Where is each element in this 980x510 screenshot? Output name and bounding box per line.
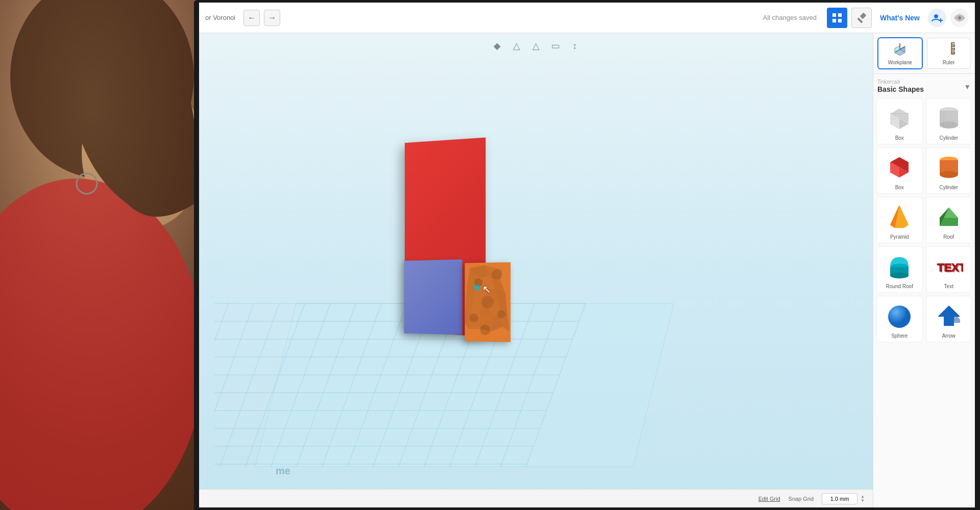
cylinder-orange-icon <box>934 152 964 183</box>
shape-item-box-red[interactable]: Box <box>876 147 923 194</box>
snap-arrows: ▲ ▼ <box>861 495 865 503</box>
ruler-icon <box>942 41 956 59</box>
svg-rect-52 <box>952 45 954 46</box>
shape-item-box-gray[interactable]: Box <box>876 98 923 144</box>
workplane-indicator <box>475 286 479 290</box>
shape-library: Tinkercad Basic Shapes ▼ <box>873 74 975 507</box>
main-content: ◆ △ △ ▭ ↕ <box>199 33 975 507</box>
texture-pattern <box>465 262 511 342</box>
snap-down-arrow[interactable]: ▼ <box>861 499 865 503</box>
flip-icon[interactable]: ↕ <box>567 38 582 54</box>
shape-label-arrow: Arrow <box>942 333 955 339</box>
shape-item-arrow[interactable]: Arrow <box>926 296 972 342</box>
save-status: All changes saved <box>763 14 817 21</box>
shape-label-text: Text <box>944 284 953 289</box>
workplane-icon <box>893 41 907 59</box>
blue-panel-shape[interactable] <box>404 260 462 335</box>
svg-text:TEXT: TEXT <box>938 262 963 275</box>
3d-viewport[interactable]: ◆ △ △ ▭ ↕ <box>199 33 873 507</box>
library-brand: Tinkercad <box>877 79 924 85</box>
svg-line-29 <box>214 303 228 467</box>
svg-rect-8 <box>838 13 842 17</box>
hammer-icon <box>856 12 867 23</box>
viewport-toolbar: ◆ △ △ ▭ ↕ <box>489 38 582 54</box>
svg-rect-10 <box>838 19 842 22</box>
library-header: Tinkercad Basic Shapes ▼ <box>876 77 972 98</box>
svg-rect-12 <box>857 17 863 23</box>
edit-grid-button[interactable]: Edit Grid <box>758 496 780 502</box>
add-user-button[interactable] <box>928 9 946 27</box>
ruler-button[interactable]: Ruler <box>927 38 971 69</box>
text-red-icon: TEXT TEXT <box>934 251 964 282</box>
roof-green-icon <box>934 201 964 232</box>
svg-rect-7 <box>832 13 836 17</box>
cylinder-gray-icon <box>934 103 964 133</box>
shape-item-roof-green[interactable]: Roof <box>926 197 972 243</box>
workplane-svg-icon <box>893 41 907 56</box>
orange-block-shape[interactable] <box>465 262 511 342</box>
settings-button[interactable] <box>950 9 969 27</box>
snap-grid-control: ▲ ▼ <box>822 493 865 504</box>
add-user-icon <box>932 12 943 23</box>
grid-view-button[interactable] <box>827 8 847 28</box>
svg-point-65 <box>940 121 958 129</box>
box-gray-icon <box>884 103 915 133</box>
pyramid-yellow-icon <box>884 201 915 232</box>
shape-item-text[interactable]: TEXT TEXT Text <box>926 246 972 293</box>
svg-rect-55 <box>952 50 955 52</box>
shape-item-cylinder-orange[interactable]: Cylinder <box>926 147 972 194</box>
triangle-icon[interactable]: △ <box>509 38 524 54</box>
library-chevron-icon[interactable]: ▼ <box>964 83 971 91</box>
align-icon[interactable]: ▭ <box>548 38 563 54</box>
right-panel: › Workplane <box>873 33 975 507</box>
svg-rect-51 <box>952 43 955 44</box>
forward-button[interactable]: → <box>264 10 280 26</box>
shape-label-pyramid: Pyramid <box>890 234 909 240</box>
shape-label-sphere: Sphere <box>891 333 908 339</box>
svg-rect-56 <box>952 53 954 53</box>
shape-item-sphere[interactable]: Sphere <box>876 296 923 342</box>
svg-point-13 <box>934 14 938 18</box>
shapes-container: ↖ <box>301 130 658 436</box>
svg-rect-11 <box>860 12 867 19</box>
svg-rect-53 <box>952 47 955 48</box>
ruler-svg-icon <box>942 41 956 56</box>
grid-label: me <box>276 465 290 477</box>
settings-icon <box>954 12 965 23</box>
svg-rect-9 <box>832 19 836 22</box>
svg-line-30 <box>214 303 254 467</box>
svg-point-73 <box>940 171 958 178</box>
grid-icon <box>832 13 842 23</box>
workplane-label: Workplane <box>888 60 912 65</box>
document-title: or Voronoi <box>205 14 235 21</box>
snap-value-input[interactable] <box>822 493 857 504</box>
sphere-blue-icon <box>884 300 915 331</box>
snap-grid-label: Snap Grid <box>789 496 814 502</box>
back-button[interactable]: ← <box>243 10 260 26</box>
topbar: or Voronoi ← → All changes saved What's … <box>199 3 975 33</box>
shape-label-box-red: Box <box>895 185 904 190</box>
location-icon[interactable]: ◆ <box>489 38 505 54</box>
shape-item-pyramid-yellow[interactable]: Pyramid <box>876 197 923 243</box>
shape-label-cylinder-orange: Cylinder <box>939 185 958 190</box>
svg-rect-54 <box>952 49 954 49</box>
shape-label-roof-green: Roof <box>943 234 954 240</box>
shape-label-box-gray: Box <box>895 135 904 141</box>
build-mode-button[interactable] <box>851 8 872 28</box>
workplane-button[interactable]: Workplane <box>877 37 923 69</box>
shape-label-round-roof: Round Roof <box>886 284 913 289</box>
svg-point-5 <box>0 178 204 510</box>
shape-label-cylinder-gray: Cylinder <box>939 135 958 141</box>
whats-new-button[interactable]: What's New <box>876 14 924 22</box>
panel-collapse-button[interactable]: › <box>873 263 873 278</box>
edit-grid-bar: Edit Grid Snap Grid ▲ ▼ <box>199 489 873 507</box>
svg-point-82 <box>890 272 909 278</box>
round-roof-teal-icon <box>884 251 915 282</box>
arrow-blue-icon <box>934 300 964 331</box>
library-title: Basic Shapes <box>877 85 924 93</box>
triangle2-icon[interactable]: △ <box>528 38 544 54</box>
box-red-icon <box>884 152 915 183</box>
shape-item-round-roof[interactable]: Round Roof <box>876 246 923 293</box>
shape-item-cylinder-gray[interactable]: Cylinder <box>926 98 972 144</box>
shapes-grid: Box Cylinder <box>876 98 972 342</box>
